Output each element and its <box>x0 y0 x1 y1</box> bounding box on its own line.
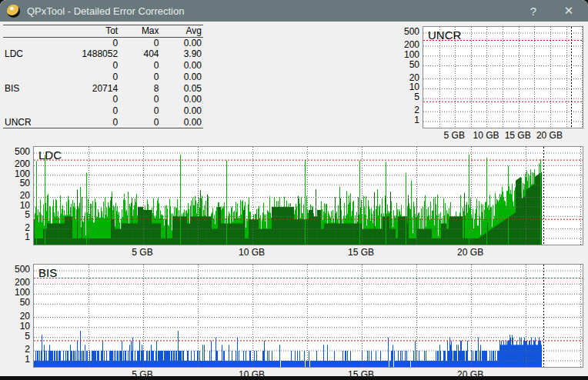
table-row: 000.00 <box>3 105 203 117</box>
cell-max: 8 <box>119 83 160 95</box>
bis-ytick-500: 500 <box>2 264 30 275</box>
bis-xtick-2: 10 GB <box>232 369 271 376</box>
cell-label <box>3 94 48 105</box>
cell-max: 0 <box>119 105 160 117</box>
ldc-plot-canvas <box>34 147 583 245</box>
ldc-ytick-50: 50 <box>2 178 30 188</box>
title-bar[interactable]: QPxTool - Detailed Error Correction ? ✕ <box>0 0 588 22</box>
window-title: QPxTool - Detailed Error Correction <box>27 5 516 17</box>
bis-ytick-5: 5 <box>2 331 30 342</box>
ldc-ytick-20: 20 <box>2 190 30 201</box>
bis-ytick-100: 100 <box>2 287 30 298</box>
cell-avg: 0.00 <box>161 117 203 128</box>
error-stats-table: Tot Max Avg 000.00LDC14880524043.90000.0… <box>3 25 203 128</box>
table-row: 000.00 <box>3 94 203 105</box>
uncr-ytick-5: 5 <box>392 92 419 102</box>
cell-tot: 1488052 <box>48 48 119 60</box>
table-row: UNCR000.00 <box>3 117 203 128</box>
uncr-chart-title: UNCR <box>428 28 461 42</box>
header-spacer <box>3 25 48 38</box>
cell-max: 404 <box>119 48 160 60</box>
cell-label <box>3 60 48 72</box>
cell-label <box>3 37 48 48</box>
cell-avg: 0.00 <box>161 72 203 83</box>
ldc-ytick-1: 1 <box>2 232 30 242</box>
cell-tot: 0 <box>48 94 119 105</box>
bis-ytick-200: 200 <box>2 277 30 288</box>
bis-plot <box>33 264 583 368</box>
bis-xtick-3: 15 GB <box>342 369 380 376</box>
qpxtool-error-correction-window: QPxTool - Detailed Error Correction ? ✕ … <box>0 0 588 376</box>
bis-xtick-4: 20 GB <box>451 369 489 376</box>
cell-avg: 0.00 <box>161 60 203 72</box>
cell-max: 0 <box>119 94 160 105</box>
ldc-ytick-2: 2 <box>2 222 30 233</box>
bis-plot-canvas <box>34 265 583 367</box>
cell-avg: 0.00 <box>161 37 203 48</box>
table-row: 000.00 <box>3 72 203 83</box>
cell-tot: 0 <box>48 60 119 72</box>
uncr-plot-canvas <box>423 27 583 128</box>
cell-max: 0 <box>119 37 160 48</box>
uncr-ytick-1: 1 <box>392 115 419 125</box>
cell-max: 0 <box>119 72 160 83</box>
ldc-ytick-10: 10 <box>2 200 30 211</box>
bis-ytick-20: 20 <box>2 311 30 322</box>
ldc-xtick-4: 20 GB <box>451 247 489 258</box>
uncr-ytick-20: 20 <box>392 72 419 83</box>
uncr-ytick-2: 2 <box>392 105 419 115</box>
table-row: 000.00 <box>3 37 203 48</box>
ldc-ytick-200: 200 <box>2 158 30 169</box>
cell-tot: 0 <box>48 117 119 128</box>
header-avg: Avg <box>161 25 203 38</box>
cell-label: UNCR <box>3 117 48 128</box>
cell-avg: 3.90 <box>161 48 203 60</box>
cell-avg: 0.00 <box>161 94 203 105</box>
bis-ytick-2: 2 <box>2 344 30 355</box>
table-row: 000.00 <box>3 60 203 72</box>
bis-chart-title: BIS <box>38 266 57 279</box>
bis-ytick-50: 50 <box>2 297 30 308</box>
bis-ytick-10: 10 <box>2 321 30 332</box>
table-row: BIS2071480.05 <box>3 83 203 95</box>
cell-max: 0 <box>119 117 160 128</box>
cell-tot: 0 <box>48 105 119 117</box>
cell-label <box>3 72 48 83</box>
header-max: Max <box>119 25 160 38</box>
ldc-xtick-1: 5 GB <box>123 247 162 258</box>
help-button[interactable]: ? <box>516 0 551 22</box>
qpxtool-app-icon <box>7 5 20 18</box>
uncr-ytick-500: 500 <box>392 26 419 37</box>
uncr-ytick-50: 50 <box>392 59 419 70</box>
close-button[interactable]: ✕ <box>551 0 586 22</box>
uncr-ytick-10: 10 <box>392 82 419 92</box>
bis-ytick-1: 1 <box>2 354 30 365</box>
bis-xtick-1: 5 GB <box>123 369 162 376</box>
header-tot: Tot <box>48 25 119 38</box>
ldc-chart-title: LDC <box>38 148 62 162</box>
cell-label <box>3 105 48 117</box>
ldc-ytick-500: 500 <box>2 146 30 157</box>
table-header-row: Tot Max Avg <box>3 25 203 38</box>
cell-label: LDC <box>3 48 48 60</box>
ldc-xtick-2: 10 GB <box>232 247 271 258</box>
cell-tot: 20714 <box>48 83 119 95</box>
cell-tot: 0 <box>48 37 119 48</box>
uncr-ytick-100: 100 <box>392 49 419 60</box>
cell-tot: 0 <box>48 72 119 83</box>
cell-label: BIS <box>3 83 48 95</box>
uncr-xtick-4: 20 GB <box>530 130 569 141</box>
ldc-ytick-5: 5 <box>2 209 30 220</box>
cell-max: 0 <box>119 60 160 72</box>
cell-avg: 0.05 <box>161 83 203 95</box>
uncr-ytick-200: 200 <box>392 39 419 50</box>
ldc-ytick-100: 100 <box>2 168 30 179</box>
table-row: LDC14880524043.90 <box>3 48 203 60</box>
ldc-xtick-3: 15 GB <box>342 247 380 258</box>
ldc-plot <box>33 146 583 245</box>
cell-avg: 0.00 <box>161 105 203 117</box>
